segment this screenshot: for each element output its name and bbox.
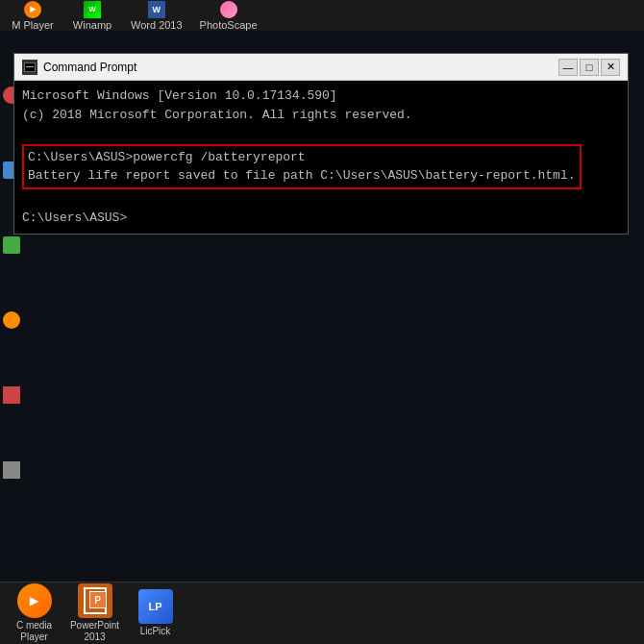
cmd-line-result: Battery life report saved to file path C… bbox=[28, 166, 576, 186]
mediaplayer-icon: ▶ bbox=[24, 1, 41, 18]
desktop: ▶ M Player W Winamp W Word 2013 PhotoSca… bbox=[0, 0, 644, 644]
taskbar-bottom-powerpoint[interactable]: P P PowerPoint2013 bbox=[68, 580, 121, 644]
taskbar-item-winamp[interactable]: W Winamp bbox=[63, 0, 121, 31]
taskbar-item-word[interactable]: W Word 2013 bbox=[123, 0, 190, 31]
cmd-line-1: Microsoft Windows [Version 10.0.17134.59… bbox=[22, 87, 620, 106]
powerpoint-icon: P P bbox=[78, 583, 112, 618]
left-icon-5 bbox=[3, 386, 20, 404]
left-icon-6 bbox=[3, 461, 20, 479]
taskbar-bottom-vlc[interactable]: ▶ C mediaPlayer bbox=[8, 580, 61, 644]
cmd-titlebar: Command Prompt — □ ✕ bbox=[14, 54, 628, 81]
taskbar-label-word: Word 2013 bbox=[131, 19, 183, 31]
cmd-highlighted-block: C:\Users\ASUS>powercfg /batteryreport Ba… bbox=[22, 144, 582, 189]
cmd-line-2: (c) 2018 Microsoft Corporation. All righ… bbox=[22, 106, 620, 125]
taskbar-top: ▶ M Player W Winamp W Word 2013 PhotoSca… bbox=[0, 0, 644, 31]
cmd-line-command: C:\Users\ASUS>powercfg /batteryreport bbox=[28, 148, 576, 167]
photoscape-icon bbox=[220, 1, 237, 18]
cmd-icon-bar bbox=[26, 66, 34, 67]
vlc-label: C mediaPlayer bbox=[16, 620, 52, 643]
left-icon-3 bbox=[3, 236, 20, 254]
licpick-icon: LP bbox=[138, 589, 173, 624]
cmd-line-blank1 bbox=[22, 124, 620, 143]
left-icon-4 bbox=[3, 311, 20, 329]
winamp-icon: W bbox=[84, 1, 101, 18]
cmd-title-text: Command Prompt bbox=[43, 61, 553, 74]
taskbar-bottom: ▶ C mediaPlayer P P PowerPoint2013 LP bbox=[0, 582, 644, 644]
powerpoint-label: PowerPoint2013 bbox=[70, 620, 119, 643]
taskbar-label-photoscape: PhotoScape bbox=[200, 19, 258, 31]
command-prompt-window: Command Prompt — □ ✕ Microsoft Windows [… bbox=[13, 53, 629, 235]
cmd-line-prompt: C:\Users\ASUS> bbox=[22, 209, 620, 228]
cmd-icon-inner bbox=[24, 62, 36, 72]
taskbar-label-winamp: Winamp bbox=[73, 19, 111, 31]
licpick-label: LicPick bbox=[140, 626, 171, 637]
taskbar-item-photoscape[interactable]: PhotoScape bbox=[192, 0, 265, 31]
cmd-minimize-button[interactable]: — bbox=[558, 59, 578, 76]
cmd-body[interactable]: Microsoft Windows [Version 10.0.17134.59… bbox=[14, 81, 628, 234]
cmd-maximize-button[interactable]: □ bbox=[580, 59, 599, 76]
taskbar-label-mediaplayer: M Player bbox=[12, 19, 53, 31]
cmd-icon bbox=[22, 60, 37, 75]
word-icon: W bbox=[148, 1, 165, 18]
vlc-icon: ▶ bbox=[17, 583, 52, 618]
cmd-line-blank2 bbox=[22, 190, 620, 210]
cmd-controls: — □ ✕ bbox=[558, 59, 620, 76]
cmd-close-button[interactable]: ✕ bbox=[601, 59, 620, 76]
taskbar-bottom-licpick[interactable]: LP LicPick bbox=[129, 585, 182, 641]
taskbar-item-mediaplayer[interactable]: ▶ M Player bbox=[4, 0, 62, 31]
